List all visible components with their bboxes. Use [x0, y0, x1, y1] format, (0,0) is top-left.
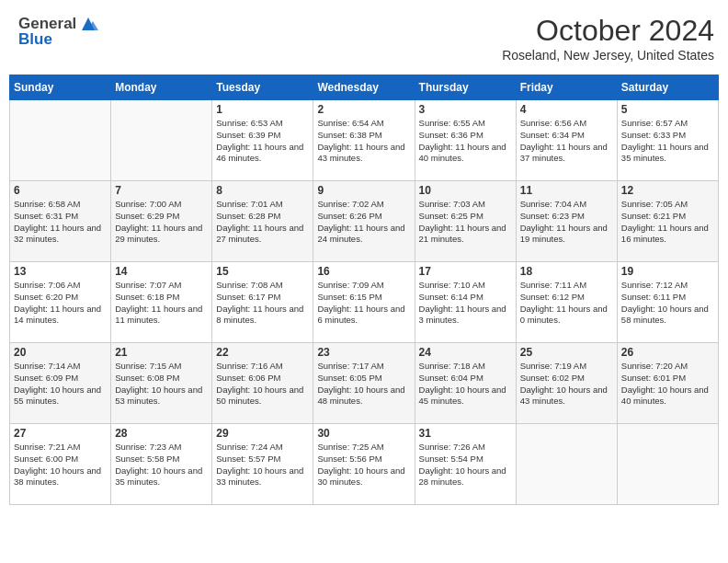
logo: General Blue — [18, 14, 98, 49]
calendar-cell: 28Sunrise: 7:23 AMSunset: 5:58 PMDayligh… — [111, 424, 212, 505]
day-header-saturday: Saturday — [617, 75, 718, 100]
calendar-cell: 24Sunrise: 7:18 AMSunset: 6:04 PMDayligh… — [415, 343, 516, 424]
calendar-header-row: SundayMondayTuesdayWednesdayThursdayFrid… — [10, 75, 719, 100]
day-number: 7 — [115, 184, 208, 197]
calendar-cell: 8Sunrise: 7:01 AMSunset: 6:28 PMDaylight… — [212, 181, 313, 262]
calendar-cell: 10Sunrise: 7:03 AMSunset: 6:25 PMDayligh… — [415, 181, 516, 262]
day-detail: Sunrise: 6:57 AMSunset: 6:33 PMDaylight:… — [621, 118, 714, 165]
calendar-cell: 27Sunrise: 7:21 AMSunset: 6:00 PMDayligh… — [10, 424, 111, 505]
calendar-cell — [516, 424, 617, 505]
day-number: 10 — [419, 184, 512, 197]
day-number: 4 — [520, 103, 613, 116]
day-header-wednesday: Wednesday — [313, 75, 415, 100]
day-detail: Sunrise: 7:03 AMSunset: 6:25 PMDaylight:… — [419, 199, 512, 246]
day-detail: Sunrise: 7:17 AMSunset: 6:05 PMDaylight:… — [317, 361, 410, 408]
calendar-cell: 15Sunrise: 7:08 AMSunset: 6:17 PMDayligh… — [212, 262, 313, 343]
calendar-cell: 1Sunrise: 6:53 AMSunset: 6:39 PMDaylight… — [212, 100, 313, 181]
calendar-cell: 31Sunrise: 7:26 AMSunset: 5:54 PMDayligh… — [415, 424, 516, 505]
day-number: 27 — [14, 427, 107, 440]
day-number: 13 — [14, 265, 107, 278]
day-detail: Sunrise: 7:07 AMSunset: 6:18 PMDaylight:… — [115, 280, 208, 327]
day-header-monday: Monday — [111, 75, 212, 100]
page-header: General Blue October 2024 Roseland, New … — [9, 9, 719, 67]
day-number: 28 — [115, 427, 208, 440]
calendar-cell: 5Sunrise: 6:57 AMSunset: 6:33 PMDaylight… — [617, 100, 718, 181]
logo-icon — [78, 14, 98, 34]
calendar-cell: 3Sunrise: 6:55 AMSunset: 6:36 PMDaylight… — [415, 100, 516, 181]
day-number: 18 — [520, 265, 613, 278]
location-title: Roseland, New Jersey, United States — [502, 48, 714, 63]
day-number: 29 — [216, 427, 309, 440]
calendar-week-4: 20Sunrise: 7:14 AMSunset: 6:09 PMDayligh… — [10, 343, 719, 424]
day-header-thursday: Thursday — [415, 75, 516, 100]
calendar-cell — [617, 424, 718, 505]
calendar-week-3: 13Sunrise: 7:06 AMSunset: 6:20 PMDayligh… — [10, 262, 719, 343]
day-header-sunday: Sunday — [10, 75, 111, 100]
day-number: 23 — [317, 346, 410, 359]
calendar-cell: 19Sunrise: 7:12 AMSunset: 6:11 PMDayligh… — [617, 262, 718, 343]
day-detail: Sunrise: 7:05 AMSunset: 6:21 PMDaylight:… — [621, 199, 714, 246]
calendar-cell — [10, 100, 111, 181]
calendar-cell: 16Sunrise: 7:09 AMSunset: 6:15 PMDayligh… — [313, 262, 415, 343]
day-detail: Sunrise: 7:21 AMSunset: 6:00 PMDaylight:… — [14, 442, 107, 488]
day-detail: Sunrise: 6:54 AMSunset: 6:38 PMDaylight:… — [317, 118, 410, 165]
day-detail: Sunrise: 7:01 AMSunset: 6:28 PMDaylight:… — [216, 199, 309, 246]
day-number: 1 — [216, 103, 309, 116]
day-number: 5 — [621, 103, 714, 116]
calendar-cell: 2Sunrise: 6:54 AMSunset: 6:38 PMDaylight… — [313, 100, 415, 181]
day-detail: Sunrise: 7:18 AMSunset: 6:04 PMDaylight:… — [419, 361, 512, 408]
day-number: 21 — [115, 346, 208, 359]
calendar-cell: 11Sunrise: 7:04 AMSunset: 6:23 PMDayligh… — [516, 181, 617, 262]
calendar-cell: 30Sunrise: 7:25 AMSunset: 5:56 PMDayligh… — [313, 424, 415, 505]
day-number: 30 — [317, 427, 410, 440]
logo-blue: Blue — [18, 30, 52, 49]
day-number: 11 — [520, 184, 613, 197]
day-number: 16 — [317, 265, 410, 278]
day-number: 14 — [115, 265, 208, 278]
day-number: 6 — [14, 184, 107, 197]
calendar-cell: 7Sunrise: 7:00 AMSunset: 6:29 PMDaylight… — [111, 181, 212, 262]
calendar-cell: 23Sunrise: 7:17 AMSunset: 6:05 PMDayligh… — [313, 343, 415, 424]
day-number: 15 — [216, 265, 309, 278]
day-number: 25 — [520, 346, 613, 359]
calendar-week-1: 1Sunrise: 6:53 AMSunset: 6:39 PMDaylight… — [10, 100, 719, 181]
day-detail: Sunrise: 6:53 AMSunset: 6:39 PMDaylight:… — [216, 118, 309, 165]
day-detail: Sunrise: 7:02 AMSunset: 6:26 PMDaylight:… — [317, 199, 410, 246]
calendar-cell — [111, 100, 212, 181]
day-detail: Sunrise: 7:26 AMSunset: 5:54 PMDaylight:… — [419, 442, 512, 488]
day-detail: Sunrise: 7:25 AMSunset: 5:56 PMDaylight:… — [317, 442, 410, 488]
day-header-tuesday: Tuesday — [212, 75, 313, 100]
calendar-cell: 6Sunrise: 6:58 AMSunset: 6:31 PMDaylight… — [10, 181, 111, 262]
day-number: 8 — [216, 184, 309, 197]
calendar-cell: 20Sunrise: 7:14 AMSunset: 6:09 PMDayligh… — [10, 343, 111, 424]
calendar-cell: 29Sunrise: 7:24 AMSunset: 5:57 PMDayligh… — [212, 424, 313, 505]
day-detail: Sunrise: 7:12 AMSunset: 6:11 PMDaylight:… — [621, 280, 714, 327]
day-detail: Sunrise: 6:58 AMSunset: 6:31 PMDaylight:… — [14, 199, 107, 246]
title-block: October 2024 Roseland, New Jersey, Unite… — [502, 14, 714, 63]
day-detail: Sunrise: 7:04 AMSunset: 6:23 PMDaylight:… — [520, 199, 613, 246]
day-number: 3 — [419, 103, 512, 116]
calendar-cell: 18Sunrise: 7:11 AMSunset: 6:12 PMDayligh… — [516, 262, 617, 343]
day-number: 9 — [317, 184, 410, 197]
day-number: 26 — [621, 346, 714, 359]
calendar-cell: 25Sunrise: 7:19 AMSunset: 6:02 PMDayligh… — [516, 343, 617, 424]
calendar-cell: 21Sunrise: 7:15 AMSunset: 6:08 PMDayligh… — [111, 343, 212, 424]
calendar-cell: 12Sunrise: 7:05 AMSunset: 6:21 PMDayligh… — [617, 181, 718, 262]
calendar-week-5: 27Sunrise: 7:21 AMSunset: 6:00 PMDayligh… — [10, 424, 719, 505]
calendar-cell: 14Sunrise: 7:07 AMSunset: 6:18 PMDayligh… — [111, 262, 212, 343]
day-detail: Sunrise: 7:15 AMSunset: 6:08 PMDaylight:… — [115, 361, 208, 408]
calendar-body: 1Sunrise: 6:53 AMSunset: 6:39 PMDaylight… — [10, 100, 719, 505]
day-detail: Sunrise: 7:09 AMSunset: 6:15 PMDaylight:… — [317, 280, 410, 327]
day-number: 31 — [419, 427, 512, 440]
day-number: 19 — [621, 265, 714, 278]
calendar-cell: 4Sunrise: 6:56 AMSunset: 6:34 PMDaylight… — [516, 100, 617, 181]
day-number: 2 — [317, 103, 410, 116]
day-detail: Sunrise: 7:06 AMSunset: 6:20 PMDaylight:… — [14, 280, 107, 327]
calendar-week-2: 6Sunrise: 6:58 AMSunset: 6:31 PMDaylight… — [10, 181, 719, 262]
day-number: 17 — [419, 265, 512, 278]
day-detail: Sunrise: 7:19 AMSunset: 6:02 PMDaylight:… — [520, 361, 613, 408]
day-detail: Sunrise: 6:55 AMSunset: 6:36 PMDaylight:… — [419, 118, 512, 165]
calendar-cell: 9Sunrise: 7:02 AMSunset: 6:26 PMDaylight… — [313, 181, 415, 262]
day-detail: Sunrise: 7:08 AMSunset: 6:17 PMDaylight:… — [216, 280, 309, 327]
day-detail: Sunrise: 7:11 AMSunset: 6:12 PMDaylight:… — [520, 280, 613, 327]
